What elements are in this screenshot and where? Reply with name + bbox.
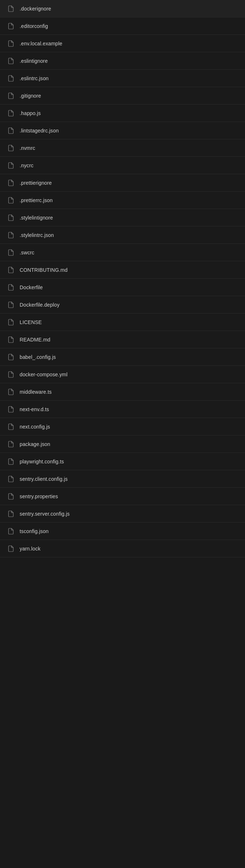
file-name: .stylelintignore bbox=[20, 215, 53, 221]
file-icon bbox=[7, 284, 15, 291]
file-icon bbox=[7, 475, 15, 483]
file-name: .stylelintrc.json bbox=[20, 232, 54, 238]
file-icon bbox=[7, 510, 15, 517]
file-name: Dockerfile.deploy bbox=[20, 302, 60, 308]
file-name: Dockerfile bbox=[20, 284, 43, 290]
file-item-swcrc[interactable]: .swcrc bbox=[0, 244, 245, 261]
file-name: next.config.js bbox=[20, 424, 50, 430]
file-item-happo-js[interactable]: .happo.js bbox=[0, 105, 245, 122]
file-item-sentry-server-config-js[interactable]: sentry.server.config.js bbox=[0, 505, 245, 523]
file-item-sentry-client-config-js[interactable]: sentry.client.config.js bbox=[0, 470, 245, 488]
file-icon bbox=[7, 319, 15, 326]
file-icon bbox=[7, 249, 15, 256]
file-item-license[interactable]: LICENSE bbox=[0, 314, 245, 331]
file-name: sentry.properties bbox=[20, 494, 58, 499]
file-name: playwright.config.ts bbox=[20, 459, 64, 464]
file-item-env-local-example[interactable]: .env.local.example bbox=[0, 35, 245, 52]
file-item-babel-config-js[interactable]: babel_.config.js bbox=[0, 348, 245, 366]
file-name: next-env.d.ts bbox=[20, 406, 49, 412]
file-name: LICENSE bbox=[20, 319, 42, 325]
file-icon bbox=[7, 197, 15, 204]
file-name: .editorconfig bbox=[20, 23, 48, 29]
file-item-eslintrc-json[interactable]: .eslintrc.json bbox=[0, 70, 245, 87]
file-item-prettierignore[interactable]: .prettierignore bbox=[0, 174, 245, 192]
file-icon bbox=[7, 162, 15, 169]
file-icon bbox=[7, 40, 15, 47]
file-item-yarn-lock[interactable]: yarn.lock bbox=[0, 540, 245, 557]
file-name: babel_.config.js bbox=[20, 354, 56, 360]
file-name: .eslintrc.json bbox=[20, 75, 49, 81]
file-item-lintstagedrc-json[interactable]: .lintstagedrc.json bbox=[0, 122, 245, 139]
file-icon bbox=[7, 353, 15, 361]
file-icon bbox=[7, 57, 15, 65]
file-item-contributing-md[interactable]: CONTRIBUTING.md bbox=[0, 261, 245, 279]
file-name: .prettierignore bbox=[20, 180, 52, 186]
file-name: package.json bbox=[20, 441, 50, 447]
file-icon bbox=[7, 127, 15, 134]
file-icon bbox=[7, 301, 15, 308]
file-name: CONTRIBUTING.md bbox=[20, 267, 68, 273]
file-name: middleware.ts bbox=[20, 389, 52, 395]
file-name: sentry.client.config.js bbox=[20, 476, 68, 482]
file-item-stylelintrc-json[interactable]: .stylelintrc.json bbox=[0, 226, 245, 244]
file-item-next-env-d-ts[interactable]: next-env.d.ts bbox=[0, 401, 245, 418]
file-name: .lintstagedrc.json bbox=[20, 128, 59, 134]
file-item-stylelintignore[interactable]: .stylelintignore bbox=[0, 209, 245, 226]
file-icon bbox=[7, 545, 15, 552]
file-name: sentry.server.config.js bbox=[20, 511, 70, 517]
file-item-next-config-js[interactable]: next.config.js bbox=[0, 418, 245, 435]
file-item-gitignore[interactable]: .gitignore bbox=[0, 87, 245, 105]
file-item-playwright-config-ts[interactable]: playwright.config.ts bbox=[0, 453, 245, 470]
file-icon bbox=[7, 22, 15, 30]
file-name: yarn.lock bbox=[20, 546, 40, 552]
file-icon bbox=[7, 179, 15, 187]
file-item-middleware-ts[interactable]: middleware.ts bbox=[0, 383, 245, 401]
file-name: tsconfig.json bbox=[20, 528, 49, 534]
file-name: .happo.js bbox=[20, 110, 41, 116]
file-item-dockerfile-deploy[interactable]: Dockerfile.deploy bbox=[0, 296, 245, 314]
file-icon bbox=[7, 528, 15, 535]
file-icon bbox=[7, 388, 15, 396]
file-name: .prettierrc.json bbox=[20, 197, 53, 203]
file-icon bbox=[7, 75, 15, 82]
file-item-tsconfig-json[interactable]: tsconfig.json bbox=[0, 523, 245, 540]
file-icon bbox=[7, 423, 15, 430]
file-icon bbox=[7, 266, 15, 274]
file-icon bbox=[7, 441, 15, 448]
file-item-package-json[interactable]: package.json bbox=[0, 435, 245, 453]
file-name: .nvmrc bbox=[20, 145, 35, 151]
file-name: .eslintignore bbox=[20, 58, 48, 64]
file-name: docker-compose.yml bbox=[20, 372, 68, 377]
file-item-dockerignore[interactable]: .dockerignore bbox=[0, 0, 245, 17]
file-name: README.md bbox=[20, 337, 51, 343]
file-name: .dockerignore bbox=[20, 6, 51, 12]
file-list: .dockerignore .editorconfig .env.local.e… bbox=[0, 0, 245, 557]
file-icon bbox=[7, 406, 15, 413]
file-item-docker-compose-yml[interactable]: docker-compose.yml bbox=[0, 366, 245, 383]
file-name: .env.local.example bbox=[20, 41, 62, 46]
file-item-prettierrc-json[interactable]: .prettierrc.json bbox=[0, 192, 245, 209]
file-item-sentry-properties[interactable]: sentry.properties bbox=[0, 488, 245, 505]
file-item-eslintignore[interactable]: .eslintignore bbox=[0, 52, 245, 70]
file-name: .nycrc bbox=[20, 163, 33, 168]
file-icon bbox=[7, 5, 15, 12]
file-icon bbox=[7, 214, 15, 221]
file-item-readme-md[interactable]: README.md bbox=[0, 331, 245, 348]
file-name: .gitignore bbox=[20, 93, 41, 99]
file-icon bbox=[7, 371, 15, 378]
file-icon bbox=[7, 458, 15, 465]
file-icon bbox=[7, 92, 15, 99]
file-item-dockerfile[interactable]: Dockerfile bbox=[0, 279, 245, 296]
file-item-nvmrc[interactable]: .nvmrc bbox=[0, 139, 245, 157]
file-icon bbox=[7, 232, 15, 239]
file-icon bbox=[7, 336, 15, 343]
file-item-editorconfig[interactable]: .editorconfig bbox=[0, 17, 245, 35]
file-item-nycrc[interactable]: .nycrc bbox=[0, 157, 245, 174]
file-icon bbox=[7, 493, 15, 500]
file-icon bbox=[7, 144, 15, 152]
file-icon bbox=[7, 110, 15, 117]
file-name: .swcrc bbox=[20, 250, 35, 255]
